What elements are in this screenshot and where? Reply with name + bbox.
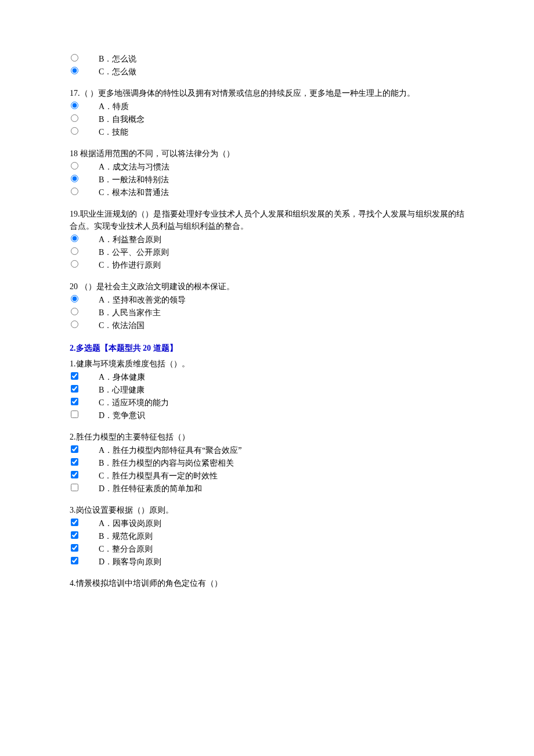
multi-question-2: 2.胜任力模型的主要特征包括（） A．胜任力模型内部特征具有“聚合效应” B．胜… [70, 431, 464, 495]
option-row: D．竞争意识 [70, 409, 464, 422]
option-label: C．根本法和普通法 [99, 186, 464, 199]
checkbox-m1-b[interactable] [71, 385, 78, 393]
radio-q19-b[interactable] [71, 247, 78, 255]
option-row: A．成文法与习惯法 [70, 161, 464, 173]
radio-q19-c[interactable] [71, 260, 78, 268]
radio-cell [70, 259, 99, 268]
checkbox-m2-b[interactable] [71, 458, 78, 466]
question-18: 18 根据适用范围的不同，可以将法律分为（） A．成文法与习惯法 B．一般法和特… [70, 147, 464, 199]
option-label: B．胜任力模型的内容与岗位紧密相关 [99, 457, 464, 469]
radio-q20-b[interactable] [71, 308, 78, 315]
option-row: A．坚持和改善党的领导 [70, 294, 464, 306]
question-text: 2.胜任力模型的主要特征包括（） [70, 431, 464, 443]
radio-q17-a[interactable] [71, 102, 78, 109]
multi-question-1: 1.健康与环境素质维度包括（）。 A．身体健康 B．心理健康 C．适应环境的能力… [70, 358, 464, 422]
radio-q20-c[interactable] [71, 321, 78, 328]
option-row: A．特质 [70, 100, 464, 113]
question-16: B．怎么说 C．怎么做 [70, 53, 464, 78]
question-text: 18 根据适用范围的不同，可以将法律分为（） [70, 147, 464, 160]
radio-q17-b[interactable] [71, 114, 78, 122]
option-label: D．顾客导向原则 [99, 556, 464, 568]
checkbox-m2-a[interactable] [71, 445, 78, 453]
check-cell [70, 483, 99, 491]
option-label: C．依法治国 [99, 319, 464, 332]
option-row: B．规范化原则 [70, 530, 464, 542]
checkbox-m3-b[interactable] [71, 531, 78, 539]
option-row: B．自我概念 [70, 113, 464, 125]
option-label: B．公平、公开原则 [99, 246, 464, 258]
option-label: A．胜任力模型内部特征具有“聚合效应” [99, 444, 464, 456]
option-row: B．一般法和特别法 [70, 174, 464, 186]
option-row: C．根本法和普通法 [70, 186, 464, 199]
radio-q18-b[interactable] [71, 175, 78, 182]
radio-cell [70, 113, 99, 122]
radio-cell [70, 246, 99, 255]
option-label: A．因事设岗原则 [99, 517, 464, 530]
check-cell [70, 371, 99, 380]
option-row: A．身体健康 [70, 371, 464, 383]
option-label: C．协作进行原则 [99, 259, 464, 271]
check-cell [70, 409, 99, 418]
checkbox-m3-a[interactable] [71, 519, 78, 526]
radio-q18-c[interactable] [71, 188, 78, 195]
check-cell [70, 530, 99, 539]
question-17: 17.（ ）更多地强调身体的特性以及拥有对情景或信息的持续反应，更多地是一种生理… [70, 87, 464, 138]
option-label: A．特质 [99, 100, 464, 113]
option-row: C．怎么做 [70, 66, 464, 78]
checkbox-m1-d[interactable] [71, 411, 78, 418]
option-row: B．心理健康 [70, 384, 464, 396]
checkbox-m2-c[interactable] [71, 471, 78, 478]
check-cell [70, 384, 99, 393]
checkbox-m2-d[interactable] [71, 484, 78, 491]
option-row: C．依法治国 [70, 319, 464, 332]
check-cell [70, 556, 99, 564]
radio-q16-c[interactable] [71, 67, 78, 74]
option-label: A．成文法与习惯法 [99, 161, 464, 173]
radio-cell [70, 126, 99, 135]
option-label: B．怎么说 [99, 53, 464, 65]
question-text: 4.情景模拟培训中培训师的角色定位有（） [70, 577, 464, 589]
checkbox-m3-d[interactable] [71, 557, 78, 564]
option-label: C．适应环境的能力 [99, 397, 464, 409]
option-row: A．胜任力模型内部特征具有“聚合效应” [70, 444, 464, 456]
radio-cell [70, 161, 99, 170]
question-20: 20 （）是社会主义政治文明建设的根本保证。 A．坚持和改善党的领导 B．人民当… [70, 280, 464, 332]
option-row: A．利益整合原则 [70, 233, 464, 246]
option-label: C．整分合原则 [99, 543, 464, 555]
option-label: A．利益整合原则 [99, 233, 464, 246]
option-row: A．因事设岗原则 [70, 517, 464, 530]
option-row: B．怎么说 [70, 53, 464, 65]
option-row: B．胜任力模型的内容与岗位紧密相关 [70, 457, 464, 469]
check-cell [70, 517, 99, 526]
check-cell [70, 444, 99, 453]
radio-q20-a[interactable] [71, 295, 78, 303]
radio-q17-c[interactable] [71, 127, 78, 135]
multi-question-3: 3.岗位设置要根据（）原则。 A．因事设岗原则 B．规范化原则 C．整分合原则 … [70, 504, 464, 568]
radio-q16-b[interactable] [71, 54, 78, 62]
option-row: C．适应环境的能力 [70, 397, 464, 409]
question-text: 20 （）是社会主义政治文明建设的根本保证。 [70, 280, 464, 293]
checkbox-m3-c[interactable] [71, 544, 78, 552]
option-label: C．怎么做 [99, 66, 464, 78]
option-label: B．一般法和特别法 [99, 174, 464, 186]
checkbox-m1-c[interactable] [71, 398, 78, 405]
checkbox-m1-a[interactable] [71, 372, 78, 380]
radio-cell [70, 53, 99, 62]
check-cell [70, 397, 99, 405]
option-row: B．人民当家作主 [70, 307, 464, 319]
radio-cell [70, 319, 99, 328]
option-row: D．胜任特征素质的简单加和 [70, 483, 464, 495]
question-19: 19.职业生涯规划的（）是指要处理好专业技术人员个人发展和组织发展的关系，寻找个… [70, 208, 464, 271]
option-label: A．坚持和改善党的领导 [99, 294, 464, 306]
radio-q18-a[interactable] [71, 162, 78, 170]
option-row: C．技能 [70, 126, 464, 138]
radio-cell [70, 233, 99, 242]
check-cell [70, 543, 99, 552]
question-text: 1.健康与环境素质维度包括（）。 [70, 358, 464, 370]
radio-q19-a[interactable] [71, 235, 78, 242]
radio-cell [70, 294, 99, 303]
option-row: C．协作进行原则 [70, 259, 464, 271]
check-cell [70, 457, 99, 466]
section-title: 2.多选题【本题型共 20 道题】 [70, 342, 464, 354]
question-text: 19.职业生涯规划的（）是指要处理好专业技术人员个人发展和组织发展的关系，寻找个… [70, 208, 464, 232]
